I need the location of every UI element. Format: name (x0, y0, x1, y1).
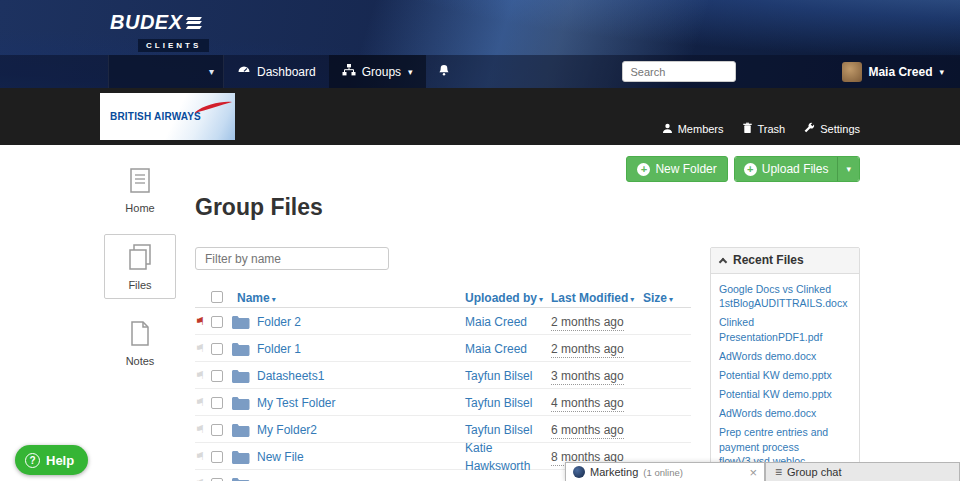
chat-marketing-label: Marketing (590, 466, 638, 478)
notifications-button[interactable] (426, 55, 462, 88)
avatar (842, 62, 862, 82)
ribbon-icon (194, 100, 232, 118)
globe-icon (573, 466, 585, 478)
group-logo: BRITISH AIRWAYS (100, 93, 235, 140)
sort-uploaded-by[interactable]: Uploaded by (465, 291, 537, 305)
upload-files-label: Upload Files (762, 162, 829, 176)
chevron-down-icon: ▾ (939, 67, 944, 77)
pin-icon[interactable]: ⚑ (195, 478, 205, 481)
recent-file-link[interactable]: Potential KW demo.pptx (719, 387, 851, 401)
file-name-link[interactable]: My Folder2 (257, 423, 317, 437)
pin-icon[interactable]: ⚑ (195, 424, 205, 435)
recent-files-header[interactable]: Recent Files (711, 248, 859, 274)
pin-icon[interactable]: ⚑ (195, 316, 205, 327)
upload-files-button[interactable]: + Upload Files (735, 157, 838, 181)
table-row: ⚑ Folder 2 Maia Creed 2 months ago (195, 308, 691, 335)
recent-file-link[interactable]: Google Docs vs Clinked 1stBlogAUDITTRAIL… (719, 282, 851, 310)
sidebar-item-home[interactable]: Home (104, 158, 176, 222)
file-name-link[interactable]: Folder 1 (257, 342, 301, 356)
table-row: ⚑ My Folder2 Tayfun Bilsel 6 months ago (195, 416, 691, 443)
uploader-link[interactable]: Katie Hawksworth (465, 441, 530, 473)
table-row: ⚑ Datasheets1 Tayfun Bilsel 3 months ago (195, 362, 691, 389)
chevron-down-icon: ▾ (846, 164, 851, 174)
row-checkbox[interactable] (211, 316, 223, 328)
sidebar-item-notes[interactable]: Notes (104, 311, 176, 375)
upload-files-split-button: + Upload Files ▾ (734, 156, 860, 182)
app-window: BUDEX CLIENTS ▾ Dashboard Groups ▾ (0, 0, 960, 481)
file-name-link[interactable]: Datasheets1 (257, 369, 324, 383)
trash-button[interactable]: Trash (742, 122, 786, 136)
recent-file-link[interactable]: Prep centre entries and payment process … (719, 425, 851, 465)
group-selector-dropdown[interactable]: ▾ (108, 55, 224, 88)
nav-item-groups[interactable]: Groups ▾ (329, 55, 426, 88)
trash-label: Trash (758, 123, 786, 135)
chevron-down-icon: ▾ (209, 66, 214, 77)
uploader-link[interactable]: Tayfun Bilsel (465, 369, 532, 383)
recent-file-link[interactable]: AdWords demo.docx (719, 406, 851, 420)
last-modified: 2 months ago (551, 342, 624, 358)
settings-button[interactable]: Settings (803, 122, 860, 136)
sidebar-item-files[interactable]: Files (104, 234, 176, 299)
search-input[interactable] (622, 61, 736, 82)
uploader-link[interactable]: Tayfun Bilsel (465, 396, 532, 410)
row-checkbox[interactable] (211, 451, 223, 463)
group-bar: BRITISH AIRWAYS Members Trash (0, 88, 960, 145)
nav-dashboard-label: Dashboard (257, 65, 316, 79)
groups-icon (342, 64, 356, 79)
members-button[interactable]: Members (662, 123, 724, 136)
recent-file-link[interactable]: Potential KW demo.pptx (719, 368, 851, 382)
sort-last-modified[interactable]: Last Modified (551, 291, 628, 305)
chat-tab-marketing[interactable]: Marketing (1 online) × (565, 462, 765, 481)
uploader-link[interactable]: Tayfun Bilsel (465, 423, 532, 437)
folder-icon (231, 449, 257, 464)
chat-tab-group-chat[interactable]: ≡ Group chat (765, 462, 960, 481)
folder-icon (231, 476, 257, 481)
sidebar: Home Files Notes (100, 158, 180, 375)
uploader-link[interactable]: Maia Creed (465, 315, 527, 329)
uploader-link[interactable]: Maia Creed (465, 342, 527, 356)
new-folder-button[interactable]: + New Folder (626, 156, 727, 182)
folder-icon (231, 341, 257, 356)
table-row: ⚑ My Test Folder Tayfun Bilsel 4 months … (195, 389, 691, 416)
recent-file-link[interactable]: AdWords demo.docx (719, 349, 851, 363)
members-label: Members (678, 123, 724, 135)
file-name-link[interactable]: Folder 2 (257, 315, 301, 329)
chat-online-status: (1 online) (643, 467, 683, 478)
question-mark-icon: ? (25, 453, 40, 468)
upload-files-dropdown-toggle[interactable]: ▾ (837, 157, 859, 181)
brand-subtitle: CLIENTS (138, 39, 209, 52)
last-modified: 3 months ago (551, 369, 624, 385)
chat-dock: Marketing (1 online) × ≡ Group chat (565, 462, 960, 481)
file-name-link[interactable]: My Test Folder (257, 396, 335, 410)
recent-file-link[interactable]: Clinked PresentationPDF1.pdf (719, 315, 851, 343)
nav-item-dashboard[interactable]: Dashboard (224, 55, 329, 88)
sort-name[interactable]: Name (237, 291, 270, 305)
row-checkbox[interactable] (211, 343, 223, 355)
wrench-icon (803, 122, 815, 136)
chevron-up-icon (719, 257, 727, 265)
sidebar-notes-label: Notes (105, 355, 175, 367)
settings-label: Settings (820, 123, 860, 135)
filter-input[interactable] (195, 247, 389, 270)
home-icon (130, 179, 150, 196)
pin-icon[interactable]: ⚑ (195, 343, 205, 354)
pin-icon[interactable]: ⚑ (195, 451, 205, 462)
row-checkbox[interactable] (211, 370, 223, 382)
sidebar-files-label: Files (105, 279, 175, 291)
sort-size[interactable]: Size (643, 291, 667, 305)
dashboard-icon (237, 65, 251, 79)
row-checkbox[interactable] (211, 397, 223, 409)
help-button[interactable]: ? Help (15, 445, 88, 475)
select-all-checkbox[interactable] (211, 291, 223, 303)
user-menu[interactable]: Maia Creed ▾ (834, 55, 960, 88)
close-icon[interactable]: × (749, 465, 757, 480)
recent-files-panel: Recent Files Google Docs vs Clinked 1stB… (710, 247, 860, 465)
plus-icon: + (637, 163, 650, 176)
pin-icon[interactable]: ⚑ (195, 397, 205, 408)
file-name-link[interactable]: New File (257, 450, 304, 464)
folder-icon (231, 422, 257, 437)
pin-icon[interactable]: ⚑ (195, 370, 205, 381)
row-checkbox[interactable] (211, 424, 223, 436)
user-name: Maia Creed (868, 65, 932, 79)
new-folder-label: New Folder (655, 162, 716, 176)
